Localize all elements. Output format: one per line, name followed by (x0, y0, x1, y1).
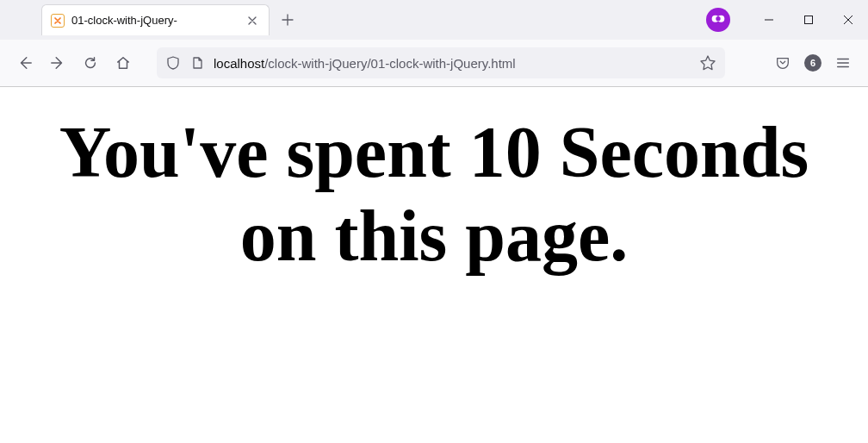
browser-chrome: 01-clock-with-jQuery- (0, 0, 868, 87)
notification-badge[interactable]: 6 (804, 54, 822, 72)
url-path: /clock-with-jQuery/01-clock-with-jQuery.… (264, 56, 515, 71)
pocket-icon[interactable] (768, 48, 797, 78)
minimize-button[interactable] (749, 0, 789, 40)
url-host: localhost (214, 56, 264, 71)
bookmark-star-icon[interactable] (699, 54, 716, 72)
page-content: You've spent 10 Seconds on this page. (0, 87, 868, 302)
home-button[interactable] (108, 48, 138, 78)
svg-rect-3 (805, 16, 813, 24)
svg-point-2 (716, 16, 720, 21)
reload-button[interactable] (76, 48, 105, 78)
forward-button[interactable] (43, 48, 72, 78)
profile-badge-icon[interactable] (706, 8, 730, 32)
main-heading: You've spent 10 Seconds on this page. (17, 111, 851, 278)
new-tab-button[interactable] (275, 7, 301, 33)
shield-icon[interactable] (165, 55, 181, 71)
window-controls (706, 0, 868, 40)
close-window-button[interactable] (828, 0, 868, 40)
browser-tab[interactable]: 01-clock-with-jQuery- (41, 4, 270, 35)
address-bar[interactable]: localhost/clock-with-jQuery/01-clock-wit… (157, 47, 725, 78)
toolbar-right: 6 (768, 48, 858, 78)
maximize-button[interactable] (789, 0, 828, 40)
tab-strip: 01-clock-with-jQuery- (0, 0, 868, 40)
tab-title: 01-clock-with-jQuery- (71, 14, 238, 27)
xampp-favicon-icon (51, 14, 65, 28)
toolbar: localhost/clock-with-jQuery/01-clock-wit… (0, 40, 868, 86)
app-menu-button[interactable] (828, 48, 858, 78)
tab-close-button[interactable] (245, 13, 260, 28)
url-display: localhost/clock-with-jQuery/01-clock-wit… (214, 56, 691, 71)
back-button[interactable] (10, 48, 40, 78)
page-info-icon[interactable] (189, 55, 205, 71)
